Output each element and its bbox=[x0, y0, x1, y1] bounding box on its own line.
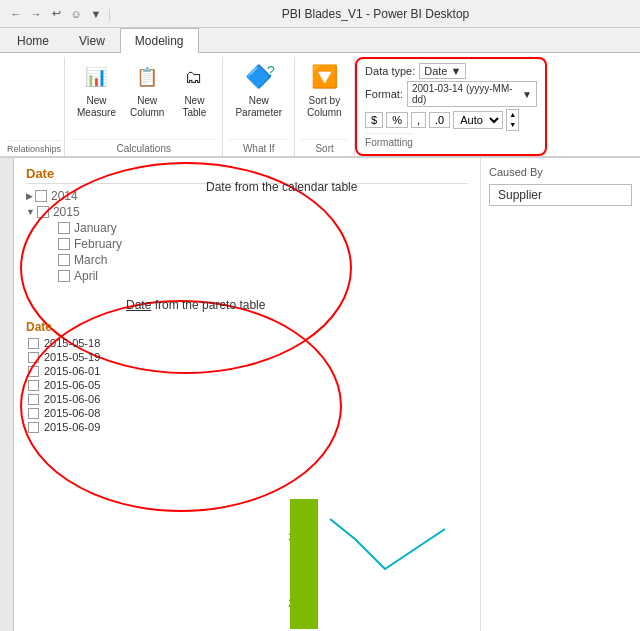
date-label-1: 2015-05-19 bbox=[44, 351, 100, 363]
date-label-5: 2015-06-08 bbox=[44, 407, 100, 419]
tab-modeling[interactable]: Modeling bbox=[120, 28, 199, 53]
checkbox-2015[interactable] bbox=[37, 206, 49, 218]
caused-by-value: Supplier bbox=[489, 184, 632, 206]
pareto-annotation-suffix: from the pareto table bbox=[155, 298, 266, 312]
bar-chart bbox=[290, 429, 318, 629]
main-area: Date ▶ 2014 ▼ 2015 J bbox=[0, 158, 640, 631]
calculations-items: 📊 NewMeasure 📋 NewColumn 🗂 NewTable bbox=[71, 57, 216, 137]
format-dropdown[interactable]: 2001-03-14 (yyyy-MM-dd) ▼ bbox=[407, 81, 537, 107]
date-row-3[interactable]: 2015-06-05 bbox=[26, 378, 468, 392]
checkbox-january[interactable] bbox=[58, 222, 70, 234]
data-type-label: Data type: bbox=[365, 65, 415, 77]
whatif-items: 🔷 ? NewParameter bbox=[229, 57, 288, 137]
tab-home[interactable]: Home bbox=[2, 28, 64, 53]
format-buttons-row: $ % , .0 Auto 0 1 2 ▲ ▼ bbox=[365, 109, 519, 131]
app-title: PBI Blades_V1 - Power BI Desktop bbox=[119, 7, 632, 21]
title-bar-icons: ← → ↩ ☺ ▼ | bbox=[8, 6, 111, 22]
ribbon-group-calculations: 📊 NewMeasure 📋 NewColumn 🗂 NewTable Calc… bbox=[65, 57, 223, 156]
date-row-2[interactable]: 2015-06-01 bbox=[26, 364, 468, 378]
ribbon-group-sort: 🔽 Sort byColumn Sort bbox=[295, 57, 355, 156]
calculations-group-label: Calculations bbox=[71, 139, 216, 156]
ribbon: Relationships 📊 NewMeasure 📋 NewColumn 🗂… bbox=[0, 53, 640, 158]
date-checkbox-0[interactable] bbox=[28, 338, 39, 349]
auto-select[interactable]: Auto 0 1 2 bbox=[453, 111, 503, 129]
new-column-button[interactable]: 📋 NewColumn bbox=[124, 57, 170, 123]
new-table-icon: 🗂 bbox=[178, 61, 210, 93]
pareto-date-underline: Date bbox=[126, 298, 151, 312]
relationships-items bbox=[7, 57, 61, 138]
date-label-2: 2015-06-01 bbox=[44, 365, 100, 377]
new-parameter-button[interactable]: 🔷 ? NewParameter bbox=[229, 57, 288, 123]
sort-group-label: Sort bbox=[301, 139, 348, 156]
up-arrow[interactable]: ▲ bbox=[507, 110, 518, 120]
date-row-1[interactable]: 2015-05-19 bbox=[26, 350, 468, 364]
calendar-table-section: Date ▶ 2014 ▼ 2015 J bbox=[26, 166, 468, 284]
date-checkbox-6[interactable] bbox=[28, 422, 39, 433]
formatting-group-label: Formatting bbox=[365, 133, 413, 150]
date-checkbox-1[interactable] bbox=[28, 352, 39, 363]
sort-by-column-label: Sort byColumn bbox=[307, 95, 341, 119]
date-row-4[interactable]: 2015-06-06 bbox=[26, 392, 468, 406]
sort-items: 🔽 Sort byColumn bbox=[301, 57, 348, 137]
forward-icon[interactable]: → bbox=[28, 6, 44, 22]
date-row-5[interactable]: 2015-06-08 bbox=[26, 406, 468, 420]
date-checkbox-3[interactable] bbox=[28, 380, 39, 391]
new-parameter-icon: 🔷 ? bbox=[243, 61, 275, 93]
date-checkbox-5[interactable] bbox=[28, 408, 39, 419]
whatif-group-label: What If bbox=[229, 139, 288, 156]
checkbox-2014[interactable] bbox=[35, 190, 47, 202]
tree-row-january[interactable]: January bbox=[26, 220, 468, 236]
undo-icon[interactable]: ↩ bbox=[48, 6, 64, 22]
new-column-icon: 📋 bbox=[131, 61, 163, 93]
arrow-2015: ▼ bbox=[26, 207, 35, 217]
new-table-button[interactable]: 🗂 NewTable bbox=[172, 57, 216, 123]
data-type-dropdown[interactable]: Date ▼ bbox=[419, 63, 466, 79]
label-january: January bbox=[74, 221, 117, 235]
increment-arrows[interactable]: ▲ ▼ bbox=[506, 109, 519, 131]
checkbox-april[interactable] bbox=[58, 270, 70, 282]
date-row-0[interactable]: 2015-05-18 bbox=[26, 336, 468, 350]
down-arrow[interactable]: ▼ bbox=[507, 120, 518, 130]
content-pane: Date ▶ 2014 ▼ 2015 J bbox=[14, 158, 480, 631]
chart-container bbox=[290, 429, 450, 629]
sort-by-column-button[interactable]: 🔽 Sort byColumn bbox=[301, 57, 347, 123]
percent-button[interactable]: % bbox=[386, 112, 408, 128]
tab-view[interactable]: View bbox=[64, 28, 120, 53]
caused-by-label: Caused By bbox=[489, 166, 632, 178]
smiley-icon: ☺ bbox=[68, 6, 84, 22]
date-checkbox-2[interactable] bbox=[28, 366, 39, 377]
arrow-2014: ▶ bbox=[26, 191, 33, 201]
tree-row-march[interactable]: March bbox=[26, 252, 468, 268]
sort-by-column-icon: 🔽 bbox=[308, 61, 340, 93]
pareto-table-title: Date bbox=[26, 320, 468, 334]
dropdown-icon[interactable]: ▼ bbox=[88, 6, 104, 22]
separator-button[interactable]: , bbox=[411, 112, 426, 128]
format-row: Format: 2001-03-14 (yyyy-MM-dd) ▼ bbox=[365, 81, 537, 107]
new-measure-button[interactable]: 📊 NewMeasure bbox=[71, 57, 122, 123]
line-chart bbox=[330, 429, 460, 629]
checkbox-march[interactable] bbox=[58, 254, 70, 266]
data-type-row: Data type: Date ▼ bbox=[365, 63, 466, 79]
checkbox-february[interactable] bbox=[58, 238, 70, 250]
tree-row-april[interactable]: April bbox=[26, 268, 468, 284]
new-measure-icon: 📊 bbox=[80, 61, 112, 93]
tree-row-2015[interactable]: ▼ 2015 bbox=[26, 204, 468, 220]
ribbon-tabs: Home View Modeling bbox=[0, 28, 640, 53]
decimal-button[interactable]: .0 bbox=[429, 112, 450, 128]
ribbon-group-whatif: 🔷 ? NewParameter What If bbox=[223, 57, 295, 156]
relationships-label: Relationships bbox=[7, 140, 61, 156]
chart-bar-1 bbox=[290, 499, 318, 629]
date-label-6: 2015-06-09 bbox=[44, 421, 100, 433]
calendar-annotation-label: Date from the calendar table bbox=[206, 180, 357, 194]
label-2014: 2014 bbox=[51, 189, 78, 203]
date-label-4: 2015-06-06 bbox=[44, 393, 100, 405]
format-label: Format: bbox=[365, 88, 403, 100]
format-value: 2001-03-14 (yyyy-MM-dd) bbox=[412, 83, 519, 105]
pareto-table-section: Date from the pareto table Date 2015-05-… bbox=[26, 320, 468, 434]
date-checkbox-4[interactable] bbox=[28, 394, 39, 405]
currency-button[interactable]: $ bbox=[365, 112, 383, 128]
tree-row-february[interactable]: February bbox=[26, 236, 468, 252]
new-column-label: NewColumn bbox=[130, 95, 164, 119]
back-icon[interactable]: ← bbox=[8, 6, 24, 22]
right-panel: Caused By Supplier bbox=[480, 158, 640, 631]
